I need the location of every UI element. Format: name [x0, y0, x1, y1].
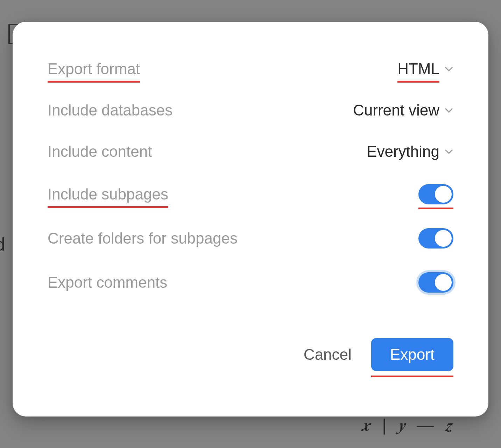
highlight-underline	[371, 376, 453, 377]
export-format-row: Export format HTML	[48, 60, 453, 78]
toggle-knob	[435, 274, 452, 291]
cancel-button[interactable]: Cancel	[301, 340, 354, 370]
export-format-dropdown[interactable]: HTML	[397, 60, 453, 78]
include-subpages-label: Include subpages	[48, 186, 168, 203]
highlight-underline	[397, 81, 439, 83]
include-databases-row: Include databases Current view	[48, 102, 453, 119]
export-format-label: Export format	[48, 60, 140, 78]
include-content-row: Include content Everything	[48, 143, 453, 160]
background-text-fragment: sd	[0, 234, 5, 255]
create-folders-row: Create folders for subpages	[48, 228, 453, 248]
include-content-dropdown[interactable]: Everything	[367, 143, 453, 160]
include-databases-label: Include databases	[48, 102, 172, 119]
include-content-label: Include content	[48, 143, 152, 160]
create-folders-toggle[interactable]	[418, 228, 453, 248]
export-comments-row: Export comments	[48, 272, 453, 293]
include-subpages-toggle[interactable]	[418, 184, 453, 204]
highlight-underline	[48, 81, 140, 83]
include-databases-value: Current view	[353, 102, 439, 119]
background-math-fragment: 𝒙 | 𝒚 — 𝒛	[362, 415, 456, 435]
export-modal: Export format HTML Include databases Cur…	[13, 22, 488, 416]
highlight-underline	[418, 208, 453, 209]
export-comments-toggle[interactable]	[418, 272, 453, 293]
highlight-underline	[48, 206, 168, 208]
chevron-down-icon	[444, 106, 453, 115]
background-text-fragment: asc	[0, 204, 0, 225]
include-databases-dropdown[interactable]: Current view	[353, 102, 453, 119]
export-format-value: HTML	[397, 60, 439, 78]
dialog-button-row: Cancel Export	[48, 338, 453, 371]
include-subpages-row: Include subpages	[48, 184, 453, 204]
create-folders-label: Create folders for subpages	[48, 230, 238, 247]
chevron-down-icon	[444, 147, 453, 156]
include-content-value: Everything	[367, 143, 439, 160]
chevron-down-icon	[444, 64, 453, 74]
toggle-knob	[435, 186, 452, 203]
export-comments-label: Export comments	[48, 274, 167, 291]
toggle-knob	[435, 230, 452, 247]
export-button[interactable]: Export	[371, 338, 453, 371]
